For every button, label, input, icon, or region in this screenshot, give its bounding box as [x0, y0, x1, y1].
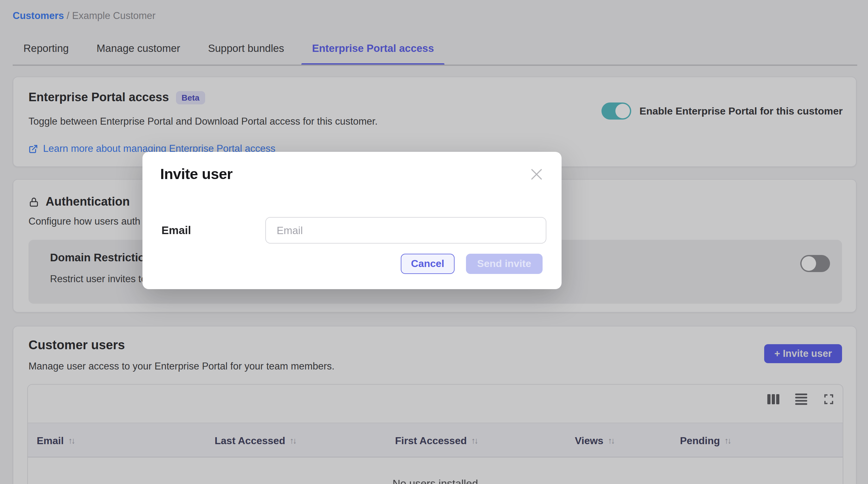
email-field[interactable] — [265, 217, 547, 244]
invite-user-modal: Invite user Email Cancel Send invite — [143, 152, 562, 289]
cancel-button[interactable]: Cancel — [401, 254, 454, 274]
modal-title: Invite user — [160, 166, 233, 183]
email-label: Email — [161, 224, 191, 237]
send-invite-button[interactable]: Send invite — [466, 254, 542, 274]
modal-actions: Cancel Send invite — [401, 254, 542, 274]
close-icon[interactable] — [530, 168, 543, 181]
page: Customers / Example Customer Reporting M… — [0, 0, 868, 484]
